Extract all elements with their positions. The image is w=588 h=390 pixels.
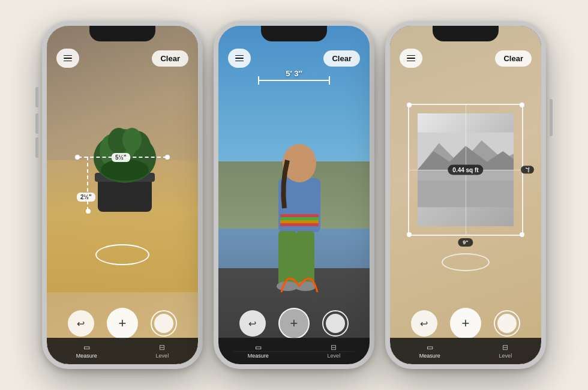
screen-2: 5′ 3″ Clear ↩ + <box>218 26 370 364</box>
measure-badge-vertical: 2½" <box>77 193 95 202</box>
plus-icon-1: + <box>119 316 127 331</box>
measure-v-line <box>87 157 88 211</box>
add-button-1[interactable]: + <box>107 308 138 339</box>
bottom-badge: 9" <box>458 238 473 247</box>
corner-tr <box>520 103 524 107</box>
screen-3: 0.44 sq ft 7" 9" Clear ↩ <box>390 26 541 364</box>
menu-button-1[interactable] <box>56 49 79 68</box>
top-bar-3: Clear <box>390 43 541 74</box>
shutter-button-2[interactable] <box>322 310 349 337</box>
phone-1: 5½" 2½" Clear ↩ <box>42 21 203 369</box>
area-badge: 0.44 sq ft <box>448 165 483 175</box>
svg-rect-12 <box>280 220 319 223</box>
measure-icon-1: ▭ <box>83 343 90 352</box>
svg-rect-11 <box>280 217 319 220</box>
top-bar-1: Clear <box>47 43 198 74</box>
bottom-controls-3: ↩ + <box>390 308 541 339</box>
side-badge: 7" <box>521 166 534 173</box>
phone-2: 5′ 3″ Clear ↩ + <box>214 21 374 369</box>
svg-point-7 <box>122 128 142 152</box>
tab-level-label-1: Level <box>156 353 169 359</box>
measure-icon-2: ▭ <box>255 343 262 352</box>
tab-measure-label-1: Measure <box>76 353 97 359</box>
tab-measure-3[interactable]: ▭ Measure <box>419 343 440 359</box>
corner-br <box>520 232 524 237</box>
undo-button-1[interactable]: ↩ <box>68 310 94 337</box>
shutter-button-3[interactable] <box>494 310 520 337</box>
clear-button-3[interactable]: Clear <box>495 50 532 67</box>
bottom-controls-2: ↩ + <box>218 308 370 339</box>
undo-button-2[interactable]: ↩ <box>239 310 266 337</box>
level-icon-3: ⊟ <box>502 343 508 352</box>
tab-measure-label-3: Measure <box>419 353 440 359</box>
level-icon-1: ⊟ <box>159 343 165 352</box>
corner-bl <box>407 232 412 237</box>
person-image <box>251 112 347 298</box>
tab-level-1[interactable]: ⊟ Level <box>156 343 169 359</box>
tab-level-3[interactable]: ⊟ Level <box>499 343 512 359</box>
ar-ellipse <box>95 244 149 265</box>
notch-3 <box>433 26 499 41</box>
ar-photo-frame: 0.44 sq ft 7" 9" <box>408 104 523 236</box>
menu-button-2[interactable] <box>228 49 251 68</box>
ar-ellipse-3 <box>442 253 490 271</box>
phone-3: 0.44 sq ft 7" 9" Clear ↩ <box>385 21 546 369</box>
clear-button-2[interactable]: Clear <box>323 50 360 67</box>
svg-point-8 <box>101 159 149 181</box>
measure-icon-3: ▭ <box>427 343 433 352</box>
tab-measure-label-2: Measure <box>248 353 269 359</box>
undo-icon-2: ↩ <box>248 318 256 329</box>
measure-badge-horizontal: 5½" <box>112 153 130 162</box>
shutter-button-1[interactable] <box>151 310 177 337</box>
add-button-3[interactable]: + <box>450 308 481 339</box>
tab-level-2[interactable]: ⊟ Level <box>328 343 341 359</box>
menu-icon-2 <box>235 55 244 62</box>
screen-1: 5½" 2½" Clear ↩ <box>47 26 198 364</box>
menu-icon-1 <box>64 55 72 62</box>
tab-bar-3: ▭ Measure ⊟ Level <box>390 338 541 364</box>
corner-tl <box>407 103 412 107</box>
tab-bar-1: ▭ Measure ⊟ Level <box>47 338 198 364</box>
svg-rect-15 <box>296 231 314 285</box>
tab-level-label-3: Level <box>499 353 512 359</box>
height-line <box>258 80 330 81</box>
notch-1 <box>89 26 155 41</box>
tab-level-label-2: Level <box>328 353 341 359</box>
undo-button-3[interactable]: ↩ <box>411 310 437 337</box>
tab-measure-1[interactable]: ▭ Measure <box>76 343 97 359</box>
notch-2 <box>261 26 327 41</box>
top-bar-2: Clear <box>218 43 370 74</box>
plus-icon-2: + <box>290 316 298 331</box>
tab-bar-2: ▭ Measure ⊟ Level <box>218 338 370 364</box>
add-button-2[interactable]: + <box>278 308 310 339</box>
plus-icon-3: + <box>462 316 470 331</box>
svg-rect-14 <box>278 231 296 285</box>
undo-icon-1: ↩ <box>77 318 85 329</box>
level-icon-2: ⊟ <box>331 343 337 352</box>
clear-button-1[interactable]: Clear <box>152 50 188 67</box>
undo-icon-3: ↩ <box>420 318 428 329</box>
tab-measure-2[interactable]: ▭ Measure <box>248 343 269 359</box>
bottom-controls-1: ↩ + <box>47 308 198 339</box>
menu-icon-3 <box>407 55 415 62</box>
menu-button-3[interactable] <box>400 49 422 68</box>
